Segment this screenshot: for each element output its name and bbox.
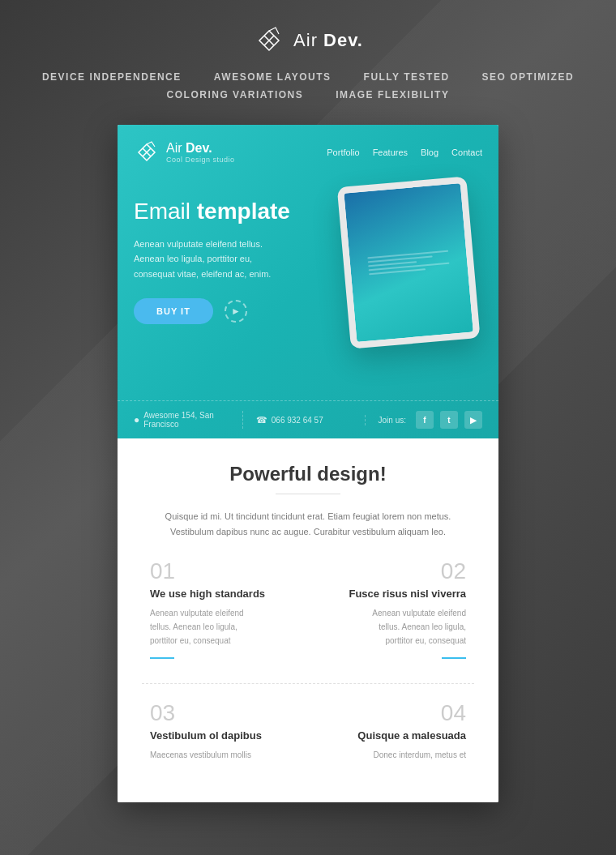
section-divider [276,494,340,494]
hero-desc-1: Aenean vulputate eleifend tellus. [134,239,263,249]
nav-item-5[interactable]: COLORING VARIATIONS [167,89,304,100]
tablet-screen-content [366,248,450,278]
feature-title-2: Fusce risus nisl viverra [316,588,466,600]
phone-number: 066 932 64 57 [272,416,323,425]
tablet-screen [344,183,473,342]
card-nav-features[interactable]: Features [373,147,408,157]
card-inner-logo: Air Dev. Cool Design studio [134,139,319,165]
hero-text: Email template Aenean vulputate eleifend… [134,190,326,324]
section-title: Powerful design! [142,463,474,485]
logo-bold: Dev. [323,30,363,50]
logo-icon [253,24,285,57]
logo-light: Air [293,30,323,50]
features-row-divider [142,683,474,684]
address-text: Awesome 154, San Francisco [143,411,229,429]
logo-area: Air Dev. [16,24,600,57]
youtube-icon[interactable]: ▶ [464,411,482,429]
feature-divider-1 [150,657,174,659]
card-header: Air Dev. Cool Design studio Portfolio Fe… [118,125,498,438]
logo-text: Air Dev. [293,30,363,51]
card-footer-teal: ● Awesome 154, San Francisco ☎ 066 932 6… [118,400,498,438]
nav-item-3[interactable]: FULLY TESTED [364,71,450,83]
top-nav: DEVICE INDEPENDENCE AWESOME LAYOUTS FULL… [16,71,600,100]
hero-btn-row: BUY IT ► [134,298,326,324]
join-us-label: Join us: [379,416,406,425]
hero-desc-3: consequat vitae, eleifend ac, enim. [134,269,271,279]
arrow-circle[interactable]: ► [225,300,247,323]
card-inner-nav: Air Dev. Cool Design studio Portfolio Fe… [118,125,498,173]
feature-item-2: 02 Fusce risus nisl viverra Aenean vulpu… [308,558,474,675]
feature-title-1: We use high standards [150,588,300,600]
main-card: Air Dev. Cool Design studio Portfolio Fe… [118,125,498,802]
feature-number-3: 03 [150,700,300,726]
feature-divider-2 [442,657,466,659]
card-logo-text: Air Dev. [166,141,212,155]
buy-button[interactable]: BUY IT [134,298,213,324]
hero-title-light: Email [134,199,197,224]
section-description: Quisque id mi. Ut tincidunt tincidunt er… [142,509,474,539]
tablet-mockup [336,176,480,348]
nav-item-1[interactable]: DEVICE INDEPENDENCE [42,71,182,83]
feature-item-4: 04 Quisque a malesuada Donec interdum, m… [308,700,474,778]
nav-item-4[interactable]: SEO OPTIMIZED [482,71,575,83]
card-nav-contact[interactable]: Contact [451,147,482,157]
feature-item-1: 01 We use high standards Aenean vulputat… [142,558,308,675]
hero-description: Aenean vulputate eleifend tellus. Aenean… [134,237,326,282]
feature-desc-1: Aenean vulputate eleifendtellus. Aenean … [150,606,300,648]
feature-number-4: 04 [316,700,466,726]
feature-number-1: 01 [150,558,300,584]
top-header: Air Dev. DEVICE INDEPENDENCE AWESOME LAY… [0,0,616,117]
hero-desc-2: Aenean leo ligula, porttitor eu, [134,254,252,263]
twitter-icon[interactable]: t [440,411,458,429]
hero-image-area [336,190,482,352]
card-logo-subtitle: Cool Design studio [166,156,235,164]
feature-item-3: 03 Vestibulum ol dapibus Maecenas vestib… [142,700,308,778]
card-nav-links: Portfolio Features Blog Contact [327,147,482,157]
card-nav-blog[interactable]: Blog [421,147,438,157]
nav-item-6[interactable]: IMAGE FLEXIBILITY [336,89,449,100]
location-icon: ● [134,414,139,425]
footer-social: Join us: f t ▶ [366,411,482,429]
hero-title: Email template [134,198,326,225]
features-top-row: 01 We use high standards Aenean vulputat… [142,558,474,675]
feature-number-2: 02 [316,558,466,584]
footer-address: ● Awesome 154, San Francisco [134,411,243,429]
card-logo-light: Air [166,141,186,155]
feature-desc-4: Donec interdum, metus et [316,748,466,762]
card-hero: Email template Aenean vulputate eleifend… [118,173,498,400]
feature-desc-2: Aenean vulputate eleifendtellus. Aenean … [316,606,466,648]
card-logo-icon [134,139,160,165]
phone-icon: ☎ [256,415,267,425]
feature-title-3: Vestibulum ol dapibus [150,729,300,742]
footer-phone: ☎ 066 932 64 57 [243,415,366,425]
facebook-icon[interactable]: f [416,411,434,429]
nav-item-2[interactable]: AWESOME LAYOUTS [214,71,332,83]
feature-desc-3: Maecenas vestibulum mollis [150,748,300,762]
feature-title-4: Quisque a malesuada [316,729,466,742]
hero-title-bold: template [197,199,290,224]
page-background: Air Dev. DEVICE INDEPENDENCE AWESOME LAY… [0,0,616,855]
features-bottom-row: 03 Vestibulum ol dapibus Maecenas vestib… [142,700,474,786]
card-white-section: Powerful design! Quisque id mi. Ut tinci… [118,438,498,802]
card-nav-portfolio[interactable]: Portfolio [327,147,359,157]
card-logo-bold: Dev. [186,141,212,155]
